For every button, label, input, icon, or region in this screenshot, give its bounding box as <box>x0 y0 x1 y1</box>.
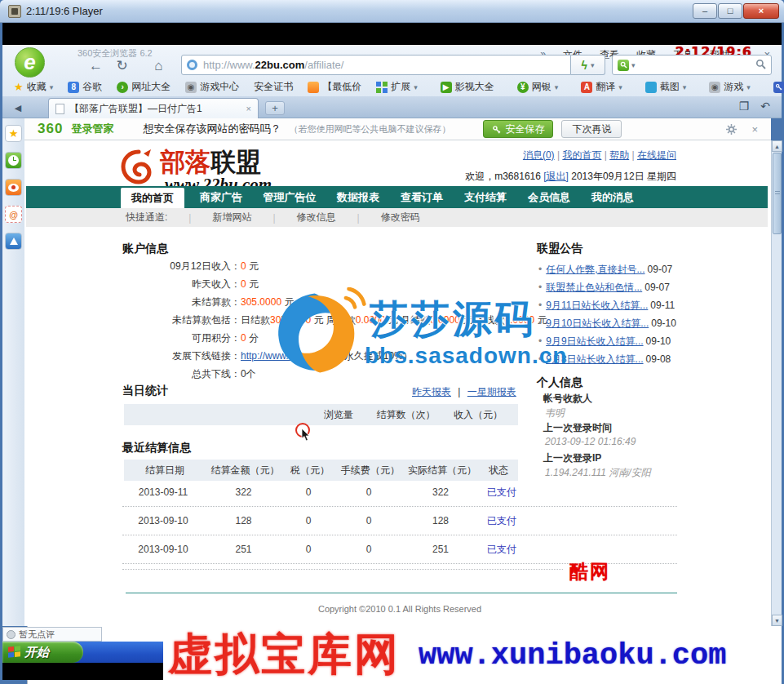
bookmark-google[interactable]: 8 谷歌 <box>68 80 102 94</box>
black-strip <box>2 23 782 45</box>
username: m3681616 <box>494 171 541 182</box>
logout-link[interactable]: [退出] <box>543 171 569 182</box>
screenshot-button[interactable]: 截图 ▾ <box>645 80 687 94</box>
paid-status-link[interactable]: 已支付 <box>487 515 516 526</box>
online-ask-link[interactable]: 在线提问 <box>637 149 676 161</box>
address-input[interactable]: http://www.22bu.com/affiliate/ <box>181 55 571 75</box>
sidebar-app-icon[interactable] <box>5 233 22 250</box>
key-icon <box>773 82 784 93</box>
speed-mode-button[interactable]: ϟ ▾ <box>571 55 605 75</box>
window-title: 2:11/19:6 Player <box>26 5 103 17</box>
screenshot-icon <box>645 82 657 93</box>
bookmark-game-center[interactable]: ◉ 游戏中心 <box>185 80 239 94</box>
list-item: •联盟禁止色站和色情...09-07 <box>538 281 710 295</box>
home-button[interactable]: ⌂ <box>148 56 169 75</box>
nav-tab-my-home[interactable]: 我的首页 <box>121 188 184 208</box>
browser-chrome: 360安全浏览器 6.2 » 文件 查看 收藏 工具 帮助 2:12/19:6 … <box>2 45 782 96</box>
tab-bar: ◀ 【部落广告联盟】—日付广告1 × + ❐ ↶ <box>2 96 782 118</box>
nav-tab-reports[interactable]: 数据报表 <box>326 186 390 208</box>
my-home-link[interactable]: 我的首页 <box>562 149 601 161</box>
review-popup[interactable]: 暂无点评 <box>2 627 102 642</box>
kuwang-watermark: 酷网 <box>569 559 610 584</box>
page-scrollbar[interactable]: ▲ ▼ <box>771 140 782 626</box>
search-go-icon[interactable] <box>755 59 766 72</box>
nav-tab-messages[interactable]: 我的消息 <box>581 186 644 208</box>
sidebar-history-clock-icon[interactable] <box>5 152 22 169</box>
nav-tab-ad-slots[interactable]: 管理广告位 <box>253 186 326 208</box>
globe-icon <box>7 630 16 639</box>
nav-tab-member-info[interactable]: 会员信息 <box>517 186 581 208</box>
search-engine-caret-icon[interactable]: ▾ <box>631 61 636 69</box>
mouse-pointer-icon <box>301 429 311 442</box>
chevron-down-icon: ▾ <box>746 83 751 91</box>
back-button[interactable]: ← <box>86 56 106 75</box>
ebank-button[interactable]: ¥ 网银 ▾ <box>517 80 559 94</box>
announcement-link[interactable]: 任何人作弊,直接封号... <box>546 264 644 275</box>
extensions-button[interactable]: 扩展 ▾ <box>376 80 418 94</box>
nav-tab-merchant-ads[interactable]: 商家广告 <box>189 186 253 208</box>
week-report-link[interactable]: 一星期报表 <box>467 386 516 398</box>
browser-360-logo[interactable]: e <box>15 47 45 78</box>
quick-change-password[interactable]: 修改密码 <box>381 211 420 224</box>
last-login-ip-value: 1.194.241.111 河南/安阳 <box>545 466 651 480</box>
games-button[interactable]: ◉ 游戏 ▾ <box>709 80 751 94</box>
announcement-link[interactable]: 联盟禁止色站和色情... <box>546 282 642 293</box>
maximize-button[interactable]: □ <box>718 3 742 19</box>
nav-tab-orders[interactable]: 查看订单 <box>390 186 454 208</box>
ask-later-button[interactable]: 下次再说 <box>561 120 622 138</box>
new-tab-button[interactable]: + <box>265 101 285 115</box>
quick-edit-info[interactable]: 修改信息 <box>297 211 336 224</box>
refresh-button[interactable]: ↻ <box>112 56 132 75</box>
sidebar-favorites-icon[interactable]: ★ <box>5 125 22 142</box>
scroll-up-icon[interactable]: ▲ <box>772 140 782 152</box>
undo-close-tab-icon[interactable]: ↶ <box>760 100 770 113</box>
quick-label: 快捷通道: <box>126 211 167 224</box>
window-titlebar: 2:11/19:6 Player – □ × <box>0 0 784 23</box>
search-input[interactable]: ▾ <box>612 55 772 75</box>
yesterday-report-link[interactable]: 昨天报表 <box>412 386 451 398</box>
favorites-menu-button[interactable]: ★ 收藏 ▾ <box>14 80 53 94</box>
quick-add-site[interactable]: 新增网站 <box>212 211 251 224</box>
play-icon: ▶ <box>441 82 452 93</box>
account-row-referral-link: 发展下线链接：http://www.22bu.com/（永久提成10%） <box>122 349 547 364</box>
bookmark-certificate[interactable]: 安全证书 <box>254 80 293 94</box>
tab-close-icon[interactable]: × <box>246 104 251 113</box>
password-note: （若您使用网吧等公共电脑不建议保存） <box>289 123 450 135</box>
tab-active[interactable]: 【部落广告联盟】—日付广告1 × <box>48 98 259 118</box>
help-link[interactable]: 帮助 <box>609 149 629 161</box>
settlement-row: 2013-09-11 322 0 0 322 已支付 <box>122 478 677 507</box>
stats-table-header: 浏览量 结算数（次） 收入（元） <box>124 404 518 425</box>
games-icon: ◉ <box>709 82 720 93</box>
tab-scroll-left-icon[interactable]: ◀ <box>9 100 27 115</box>
profile-title: 个人信息 <box>537 375 582 390</box>
video-button[interactable]: ▶ 影视大全 <box>441 80 494 94</box>
bookmark-lowest-price[interactable]: 【最低价 <box>308 80 361 94</box>
announcement-link[interactable]: 9月10日站长收入结算... <box>546 318 649 329</box>
messages-link[interactable]: 消息(0) <box>523 149 555 161</box>
scroll-down-icon[interactable]: ▼ <box>772 615 782 626</box>
announcement-link[interactable]: 9月9日站长收入结算... <box>546 335 643 347</box>
announcements-title: 联盟公告 <box>537 242 582 256</box>
paid-status-link[interactable]: 已支付 <box>487 544 516 555</box>
list-item: •9月8日站长收入结算...09-08 <box>538 353 710 366</box>
paid-status-link[interactable]: 已支付 <box>487 486 516 498</box>
password-bar-close-icon[interactable]: × <box>751 123 758 135</box>
translate-button[interactable]: A 翻译 ▾ <box>581 80 622 94</box>
minimize-button[interactable]: – <box>693 3 717 19</box>
sidebar-weibo-icon[interactable] <box>5 179 22 196</box>
bookmark-site-directory[interactable]: › 网址大全 <box>117 80 171 94</box>
nav-tab-settlement[interactable]: 支付结算 <box>454 186 517 208</box>
announcement-link[interactable]: 9月8日站长收入结算... <box>546 353 643 365</box>
search-engine-icon[interactable] <box>618 60 629 71</box>
scrollbar-thumb[interactable] <box>773 153 782 234</box>
sidebar-mail-icon[interactable]: @ <box>5 206 22 223</box>
announcement-link[interactable]: 9月11日站长收入结算... <box>546 300 648 311</box>
save-password-button[interactable]: 安全保存 <box>483 120 553 138</box>
footer-divider <box>126 593 677 593</box>
referral-link[interactable]: http://www.22bu.com/ <box>241 350 334 362</box>
login-manager-button[interactable]: 登录管家 <box>773 80 784 94</box>
restore-tab-icon[interactable]: ❐ <box>739 100 750 113</box>
start-button[interactable]: 开始 <box>2 642 83 663</box>
gear-icon[interactable] <box>726 124 737 135</box>
close-button[interactable]: × <box>743 3 779 19</box>
